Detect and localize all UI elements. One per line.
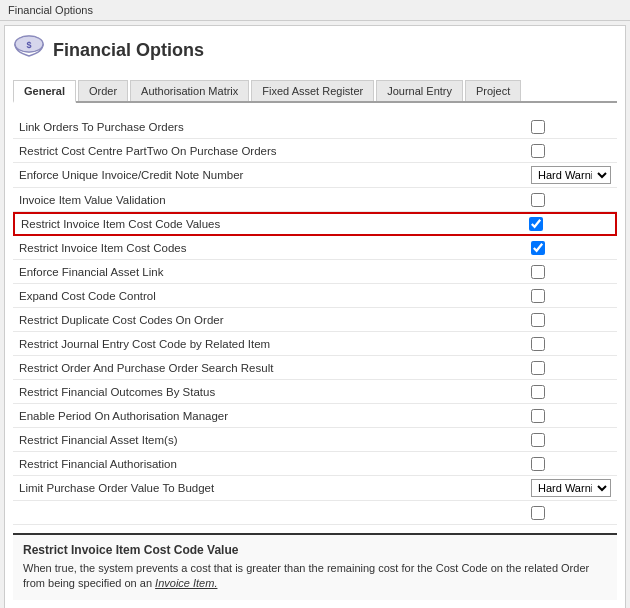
option-control-0[interactable] [531, 120, 611, 134]
option-row-15: Limit Purchase Order Value To BudgetHard… [13, 476, 617, 501]
option-row-7: Expand Cost Code Control [13, 284, 617, 308]
svg-text:$: $ [26, 40, 31, 50]
option-label-10: Restrict Order And Purchase Order Search… [19, 362, 531, 374]
option-control-3[interactable] [531, 193, 611, 207]
checkbox-10[interactable] [531, 361, 545, 375]
option-row-4: Restrict Invoice Item Cost Code Values [13, 212, 617, 236]
option-label-8: Restrict Duplicate Cost Codes On Order [19, 314, 531, 326]
option-label-9: Restrict Journal Entry Cost Code by Rela… [19, 338, 531, 350]
main-container: $ Financial Options General Order Author… [4, 25, 626, 608]
checkbox-9[interactable] [531, 337, 545, 351]
checkbox-13[interactable] [531, 433, 545, 447]
option-control-6[interactable] [531, 265, 611, 279]
financial-options-icon: $ [13, 34, 45, 66]
checkbox-6[interactable] [531, 265, 545, 279]
option-label-0: Link Orders To Purchase Orders [19, 121, 531, 133]
tab-fixed-asset-register[interactable]: Fixed Asset Register [251, 80, 374, 101]
option-row-5: Restrict Invoice Item Cost Codes [13, 236, 617, 260]
option-row-2: Enforce Unique Invoice/Credit Note Numbe… [13, 163, 617, 188]
option-label-2: Enforce Unique Invoice/Credit Note Numbe… [19, 169, 531, 181]
tab-order[interactable]: Order [78, 80, 128, 101]
option-row-1: Restrict Cost Centre PartTwo On Purchase… [13, 139, 617, 163]
option-control-15[interactable]: Hard WarningSoft WarningNone [531, 479, 611, 497]
select-2[interactable]: Hard WarningSoft WarningNone [531, 166, 611, 184]
checkbox-5[interactable] [531, 241, 545, 255]
option-row-9: Restrict Journal Entry Cost Code by Rela… [13, 332, 617, 356]
option-row-8: Restrict Duplicate Cost Codes On Order [13, 308, 617, 332]
checkbox-0[interactable] [531, 120, 545, 134]
option-row-0: Link Orders To Purchase Orders [13, 115, 617, 139]
checkbox-8[interactable] [531, 313, 545, 327]
option-label-7: Expand Cost Code Control [19, 290, 531, 302]
option-label-1: Restrict Cost Centre PartTwo On Purchase… [19, 145, 531, 157]
option-control-13[interactable] [531, 433, 611, 447]
checkbox-4[interactable] [529, 217, 543, 231]
bottom-panel-title: Restrict Invoice Item Cost Code Value [23, 543, 607, 557]
option-row-12: Enable Period On Authorisation Manager [13, 404, 617, 428]
option-control-10[interactable] [531, 361, 611, 375]
checkbox-1[interactable] [531, 144, 545, 158]
option-control-9[interactable] [531, 337, 611, 351]
title-bar: Financial Options [0, 0, 630, 21]
option-row-10: Restrict Order And Purchase Order Search… [13, 356, 617, 380]
option-row-14: Restrict Financial Authorisation [13, 452, 617, 476]
tab-project[interactable]: Project [465, 80, 521, 101]
option-label-14: Restrict Financial Authorisation [19, 458, 531, 470]
tab-authorisation-matrix[interactable]: Authorisation Matrix [130, 80, 249, 101]
tab-journal-entry[interactable]: Journal Entry [376, 80, 463, 101]
option-control-5[interactable] [531, 241, 611, 255]
checkbox-3[interactable] [531, 193, 545, 207]
option-control-2[interactable]: Hard WarningSoft WarningNone [531, 166, 611, 184]
option-row-16 [13, 501, 617, 525]
option-control-16[interactable] [531, 506, 611, 520]
select-15[interactable]: Hard WarningSoft WarningNone [531, 479, 611, 497]
option-control-14[interactable] [531, 457, 611, 471]
bottom-panel: Restrict Invoice Item Cost Code Value Wh… [13, 533, 617, 600]
option-row-3: Invoice Item Value Validation [13, 188, 617, 212]
tabs-bar: General Order Authorisation Matrix Fixed… [13, 80, 617, 103]
bottom-panel-description: When true, the system prevents a cost th… [23, 561, 607, 592]
option-row-11: Restrict Financial Outcomes By Status [13, 380, 617, 404]
option-label-15: Limit Purchase Order Value To Budget [19, 482, 531, 494]
option-label-4: Restrict Invoice Item Cost Code Values [21, 218, 529, 230]
checkbox-7[interactable] [531, 289, 545, 303]
option-control-12[interactable] [531, 409, 611, 423]
title-bar-text: Financial Options [8, 4, 93, 16]
option-control-1[interactable] [531, 144, 611, 158]
option-control-4[interactable] [529, 217, 609, 231]
checkbox-14[interactable] [531, 457, 545, 471]
option-label-11: Restrict Financial Outcomes By Status [19, 386, 531, 398]
option-label-12: Enable Period On Authorisation Manager [19, 410, 531, 422]
page-header: $ Financial Options [13, 34, 617, 72]
checkbox-16[interactable] [531, 506, 545, 520]
tab-general[interactable]: General [13, 80, 76, 103]
checkbox-12[interactable] [531, 409, 545, 423]
option-label-13: Restrict Financial Asset Item(s) [19, 434, 531, 446]
content-area: Link Orders To Purchase OrdersRestrict C… [13, 111, 617, 529]
option-label-3: Invoice Item Value Validation [19, 194, 531, 206]
option-control-7[interactable] [531, 289, 611, 303]
option-control-11[interactable] [531, 385, 611, 399]
page-title: Financial Options [53, 40, 204, 61]
checkbox-11[interactable] [531, 385, 545, 399]
option-row-6: Enforce Financial Asset Link [13, 260, 617, 284]
option-row-13: Restrict Financial Asset Item(s) [13, 428, 617, 452]
option-control-8[interactable] [531, 313, 611, 327]
option-label-6: Enforce Financial Asset Link [19, 266, 531, 278]
option-label-5: Restrict Invoice Item Cost Codes [19, 242, 531, 254]
